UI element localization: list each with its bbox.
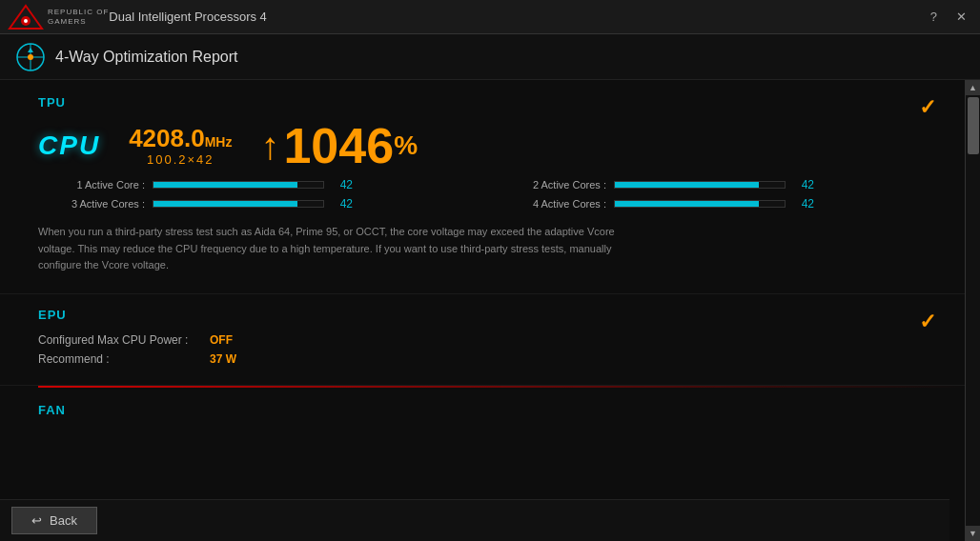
scroll-down-button[interactable]: ▼ [966, 526, 981, 541]
bottom-bar: ↩ Back [0, 499, 949, 541]
tpu-checkmark: ✓ [919, 95, 936, 120]
cpu-freq-block: 4208.0MHz 100.2×42 [129, 125, 232, 167]
rog-logo-icon [8, 4, 44, 30]
republic-text: REPUBLIC OF GAMERS [48, 8, 109, 26]
app-title: Dual Intelligent Processors 4 [109, 10, 924, 24]
tpu-warning: When you run a third-party stress test s… [38, 224, 648, 274]
title-controls: ? ✕ [925, 8, 972, 26]
core3-bar [153, 201, 297, 207]
back-arrow-icon: ↩ [31, 513, 42, 528]
core2-label: 2 Active Cores : [509, 179, 614, 190]
core1-bar-container [153, 181, 324, 189]
cpu-boost: ↑1046% [260, 121, 418, 170]
fan-section: FAN [0, 388, 965, 423]
core-group-2: 2 Active Cores : 42 [509, 178, 942, 191]
core2-bar-container [614, 181, 786, 189]
core1-label: 1 Active Core : [48, 179, 153, 190]
scroll-up-button[interactable]: ▲ [966, 80, 981, 95]
fourway-icon [15, 42, 46, 72]
freq-unit: MHz [205, 134, 233, 150]
core4-label: 4 Active Cores : [509, 198, 614, 210]
boost-arrow-icon: ↑ [260, 127, 279, 165]
svg-point-2 [24, 19, 28, 23]
core1-bar [153, 182, 297, 188]
fan-label: FAN [38, 403, 942, 417]
tpu-section: TPU ✓ CPU 4208.0MHz 100.2×42 ↑1046% [0, 80, 965, 294]
epu-section: EPU ✓ Configured Max CPU Power : OFF Rec… [0, 294, 965, 386]
page-title: 4-Way Optimization Report [55, 49, 237, 66]
help-button[interactable]: ? [925, 8, 943, 26]
epu-max-power-row: Configured Max CPU Power : OFF [38, 333, 942, 347]
rog-logo-area: REPUBLIC OF GAMERS [8, 4, 109, 30]
boost-value: 1046 [283, 121, 394, 170]
scroll-thumb[interactable] [968, 97, 979, 154]
epu-checkmark: ✓ [919, 310, 936, 334]
core3-label: 3 Active Cores : [48, 198, 153, 210]
title-bar: REPUBLIC OF GAMERS Dual Intelligent Proc… [0, 0, 980, 34]
epu-recommend-value: 37 W [210, 352, 236, 366]
cpu-frequency: 4208.0MHz [129, 125, 232, 152]
close-button[interactable]: ✕ [950, 8, 972, 26]
core4-value: 42 [786, 197, 814, 210]
core-group-3: 3 Active Cores : 42 [48, 197, 480, 210]
epu-max-power-value: OFF [210, 333, 233, 347]
core2-value: 42 [786, 178, 814, 191]
core1-value: 42 [324, 178, 353, 191]
epu-label: EPU [38, 308, 942, 322]
sub-header: 4-Way Optimization Report [0, 34, 980, 80]
tpu-label: TPU [38, 95, 942, 110]
epu-recommend-row: Recommend : 37 W [38, 352, 942, 366]
core-group-1: 1 Active Core : 42 [48, 178, 480, 191]
core3-value: 42 [324, 197, 353, 210]
core-group-4: 4 Active Cores : 42 [509, 197, 942, 210]
core-rows: 1 Active Core : 42 2 Active Cores : 42 [48, 178, 942, 210]
core3-bar-container [153, 200, 324, 208]
core4-bar-container [614, 200, 786, 208]
cpu-label: CPU [38, 130, 100, 161]
epu-max-power-label: Configured Max CPU Power : [38, 333, 210, 347]
back-label: Back [50, 513, 77, 528]
core-row-1: 1 Active Core : 42 2 Active Cores : 42 [48, 178, 942, 191]
core2-bar [615, 182, 759, 188]
core-row-2: 3 Active Cores : 42 4 Active Cores : 42 [48, 197, 942, 210]
back-button[interactable]: ↩ Back [11, 507, 97, 534]
cpu-main-row: CPU 4208.0MHz 100.2×42 ↑1046% [38, 121, 942, 170]
content-area: TPU ✓ CPU 4208.0MHz 100.2×42 ↑1046% [0, 80, 965, 541]
main-container: TPU ✓ CPU 4208.0MHz 100.2×42 ↑1046% [0, 80, 980, 541]
core4-bar [615, 201, 759, 207]
svg-point-6 [28, 54, 33, 60]
cpu-ratio: 100.2×42 [147, 152, 214, 167]
scroll-track[interactable] [966, 95, 980, 526]
epu-recommend-label: Recommend : [38, 352, 210, 366]
boost-unit: % [394, 132, 418, 159]
scrollbar[interactable]: ▲ ▼ [965, 80, 980, 541]
